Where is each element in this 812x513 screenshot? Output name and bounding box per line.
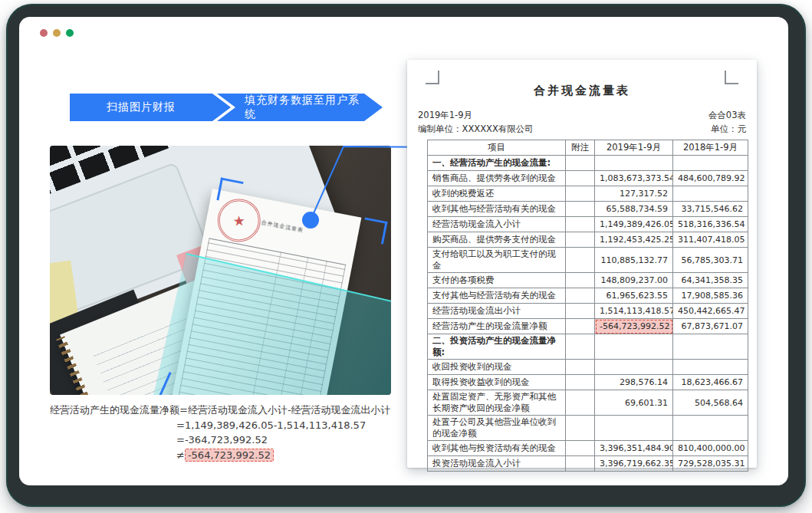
step-scan-banner: 扫描图片财报 (70, 94, 231, 121)
table-cell (595, 334, 673, 360)
table-cell: 处置子公司及其他营业单位收到的现金净额 (428, 416, 566, 441)
table-cell (566, 186, 595, 202)
table-cell: 1,149,389,426.05 (595, 217, 673, 232)
table-cell: 投资活动现金流入小计 (428, 456, 566, 472)
page-title: 合并现金流量表 (407, 84, 757, 98)
table-row: 处置子公司及其他营业单位收到的现金净额 (428, 416, 748, 441)
table-cell (566, 304, 595, 319)
table-row: 购买商品、提供劳务支付的现金1,192,453,425.25311,407,41… (428, 232, 748, 248)
table-cell: 一、经营活动产生的现金流量: (428, 156, 566, 171)
table-cell: 经营活动现金流入小计 (428, 217, 566, 232)
page-meta-row-1: 2019年1-9月 会合03表 (418, 110, 746, 121)
table-cell: 61,965,623.55 (595, 288, 673, 304)
step-fill-banner: 填充财务数据至用户系统 (217, 94, 383, 121)
statement-unit: 单位：元 (711, 123, 746, 135)
table-cell: 3,396,351,484.90 (595, 441, 673, 456)
window-controls (40, 29, 74, 37)
table-row: 收到的税费返还127,317.52 (428, 186, 748, 202)
table-cell: 148,809,237.00 (595, 273, 673, 288)
table-cell (595, 416, 673, 441)
table-cell (673, 186, 748, 202)
table-cell: 支付给职工以及为职工支付的现金 (428, 248, 566, 273)
table-cell (566, 375, 595, 390)
table-cell: 69,601.31 (595, 390, 673, 416)
table-cell: 二、投资活动产生的现金流量净额: (428, 334, 566, 360)
mismatch-value-highlight: -564,723,992.52 (185, 449, 274, 462)
table-row: 收到其他与经营活动有关的现金65,588,734.5933,715,546.62 (428, 202, 748, 217)
screenshot-root: 扫描图片财报 填充财务数据至用户系统 合并现金流量表 (0, 0, 812, 513)
table-cell: -564,723,992.52 (595, 319, 673, 334)
table-row: 取得投资收益收到的现金298,576.1418,623,466.67 (428, 375, 748, 390)
table-row: 支付其他与经营活动有关的现金61,965,623.5517,908,585.36 (428, 288, 748, 304)
formula-line-3: =-364,723,992.52 (176, 432, 403, 448)
table-row: 一、经营活动产生的现金流量: (428, 156, 748, 171)
table-cell (566, 390, 595, 416)
table-cell: 处置固定资产、无形资产和其他长期资产收回的现金净额 (428, 390, 566, 416)
table-cell: 经营活动现金流出小计 (428, 304, 566, 319)
table-cell (566, 273, 595, 288)
table-cell: 298,576.14 (595, 375, 673, 390)
statement-sheet-no: 会合03表 (708, 110, 746, 121)
table-row: 经营活动产生的现金流量净额-564,723,992.5267,873,671.0… (428, 319, 748, 334)
crop-mark-top-right-icon (725, 71, 738, 84)
table-cell (566, 232, 595, 248)
table-cell: 17,908,585.36 (673, 288, 748, 304)
formula-line-1: 经营活动产生的现金流量净额=经营活动现金流入小计-经营活动现金流出小计 (50, 403, 403, 418)
not-equal-operator: ≠ (176, 449, 185, 461)
table-cell (566, 360, 595, 375)
table-cell (673, 360, 748, 375)
col-header-2019: 2019年1-9月 (595, 140, 673, 156)
zoom-button[interactable] (66, 29, 74, 37)
step-fill-label: 填充财务数据至用户系统 (245, 94, 369, 121)
page-meta-row-2: 编制单位：XXXXXX有限公司 单位：元 (418, 123, 746, 135)
table-row: 销售商品、提供劳务收到的现金1,083,673,373.54484,600,78… (428, 171, 748, 186)
table-cell (595, 156, 673, 171)
table-cell: 67,873,671.07 (673, 319, 748, 334)
table-cell: 810,400,000.00 (673, 441, 748, 456)
table-cell: 购买商品、提供劳务支付的现金 (428, 232, 566, 248)
formula-line-2: =1,149,389,426.05-1,514,113,418.57 (176, 418, 403, 433)
table-cell (673, 156, 748, 171)
table-row: 支付的各项税费148,809,237.0064,341,358.35 (428, 273, 748, 288)
table-cell: 504,568.64 (673, 390, 748, 416)
table-cell: 销售商品、提供劳务收到的现金 (428, 171, 566, 186)
table-row: 投资活动现金流入小计3,396,719,662.35729,528,035.31 (428, 456, 748, 472)
app-window: 扫描图片财报 填充财务数据至用户系统 合并现金流量表 (6, 4, 806, 507)
col-header-2018: 2018年1-9月 (673, 140, 748, 156)
table-cell: 311,407,418.05 (673, 232, 748, 248)
table-row: 经营活动现金流入小计1,149,389,426.05518,316,336.54 (428, 217, 748, 232)
table-cell: 729,528,035.31 (673, 456, 748, 472)
table-cell (566, 456, 595, 472)
table-row: 二、投资活动产生的现金流量净额: (428, 334, 748, 360)
table-row: 收回投资收到的现金 (428, 360, 748, 375)
table-row: 收到其他与投资活动有关的现金3,396,351,484.90810,400,00… (428, 441, 748, 456)
col-header-item: 项目 (428, 140, 566, 156)
window-content: 扫描图片财报 填充财务数据至用户系统 合并现金流量表 (19, 17, 788, 485)
table-cell: 1,192,453,425.25 (595, 232, 673, 248)
table-row: 处置固定资产、无形资产和其他长期资产收回的现金净额69,601.31504,56… (428, 390, 748, 416)
close-button[interactable] (40, 29, 48, 37)
crop-mark-top-left-icon (426, 71, 439, 84)
table-cell (566, 217, 595, 232)
table-cell (566, 248, 595, 273)
table-cell (566, 441, 595, 456)
table-cell: 收到其他与经营活动有关的现金 (428, 202, 566, 217)
table-header-row: 项目 附注 2019年1-9月 2018年1-9月 (428, 140, 748, 156)
table-cell (566, 416, 595, 441)
document-page: 合并现金流量表 2019年1-9月 会合03表 编制单位：XXXXXX有限公司 … (407, 60, 757, 468)
table-cell: 518,316,336.54 (673, 217, 748, 232)
table-cell (566, 156, 595, 171)
stamp-star-icon: ★ (232, 212, 245, 229)
table-cell: 1,514,113,418.57 (595, 304, 673, 319)
table-cell (566, 202, 595, 217)
table-cell (566, 171, 595, 186)
table-cell: 18,623,466.67 (673, 375, 748, 390)
minimize-button[interactable] (53, 29, 61, 37)
table-cell: 收到的税费返还 (428, 186, 566, 202)
table-cell (566, 319, 595, 334)
col-header-note: 附注 (566, 140, 595, 156)
table-cell: 3,396,719,662.35 (595, 456, 673, 472)
table-cell: 56,785,303.71 (673, 248, 748, 273)
statement-period: 2019年1-9月 (418, 110, 472, 121)
table-cell: 484,600,789.92 (673, 171, 748, 186)
